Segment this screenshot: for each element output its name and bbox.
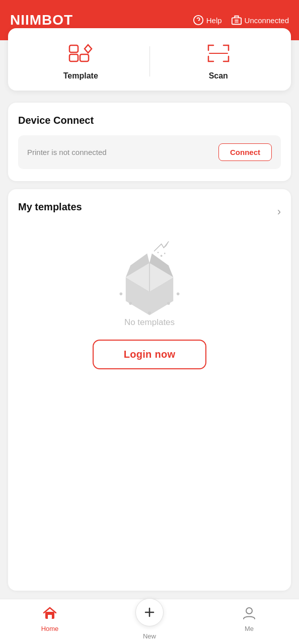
plus-icon	[143, 606, 156, 619]
unconnected-label: Unconnected	[245, 16, 289, 25]
device-connect-title: Device Connect	[18, 115, 281, 126]
printer-icon	[231, 15, 242, 26]
svg-rect-5	[69, 45, 78, 52]
svg-point-10	[129, 302, 132, 305]
template-action[interactable]: Template	[16, 42, 145, 80]
no-templates-text: No templates	[124, 317, 175, 328]
svg-rect-2	[232, 18, 241, 24]
login-now-button[interactable]: Login now	[93, 340, 207, 369]
template-icon	[67, 42, 94, 66]
scan-icon	[205, 42, 232, 66]
nav-me[interactable]: Me	[199, 606, 299, 632]
nav-home[interactable]: Home	[0, 606, 100, 632]
help-label: Help	[206, 16, 222, 25]
templates-title: My templates	[18, 201, 82, 213]
nav-new[interactable]: New	[100, 598, 199, 640]
device-connect-card: Device Connect Printer is not connected …	[8, 103, 291, 181]
svg-rect-19	[48, 615, 52, 619]
header-actions: Help Unconnected	[193, 15, 289, 26]
template-label: Template	[63, 71, 98, 80]
svg-point-16	[158, 252, 159, 253]
new-button[interactable]	[135, 598, 164, 626]
svg-rect-7	[80, 54, 89, 61]
app-logo: NIIMBOT	[10, 12, 73, 28]
svg-point-14	[177, 292, 180, 295]
help-icon	[193, 15, 204, 26]
my-templates-card: My templates ›	[8, 189, 291, 591]
chevron-right-icon[interactable]: ›	[277, 205, 281, 218]
quick-actions-card: Template Scan	[8, 28, 291, 91]
connection-status[interactable]: Unconnected	[231, 15, 289, 26]
scan-action[interactable]: Scan	[154, 42, 283, 80]
profile-icon	[242, 606, 257, 623]
new-nav-label: New	[143, 632, 156, 640]
action-divider	[150, 46, 150, 76]
svg-point-17	[164, 253, 166, 254]
templates-header: My templates ›	[18, 201, 281, 222]
svg-point-12	[148, 311, 151, 314]
bottom-navigation: Home New Me	[0, 599, 299, 644]
home-icon	[42, 606, 57, 623]
device-connect-row: Printer is not connected Connect	[18, 135, 281, 169]
svg-point-22	[246, 608, 252, 614]
scan-label: Scan	[209, 71, 228, 80]
svg-point-15	[161, 255, 163, 257]
svg-rect-6	[69, 54, 78, 61]
connect-button[interactable]: Connect	[218, 143, 272, 161]
me-nav-label: Me	[245, 625, 254, 632]
svg-point-11	[167, 302, 170, 305]
help-button[interactable]: Help	[193, 15, 222, 26]
device-status-text: Printer is not connected	[27, 148, 107, 156]
home-nav-label: Home	[41, 625, 59, 632]
svg-point-13	[120, 292, 123, 295]
empty-box-illustration	[107, 237, 192, 317]
templates-empty-state: No templates Login now	[18, 222, 281, 379]
main-content: Template Scan Device Connect Printer is	[0, 40, 299, 599]
